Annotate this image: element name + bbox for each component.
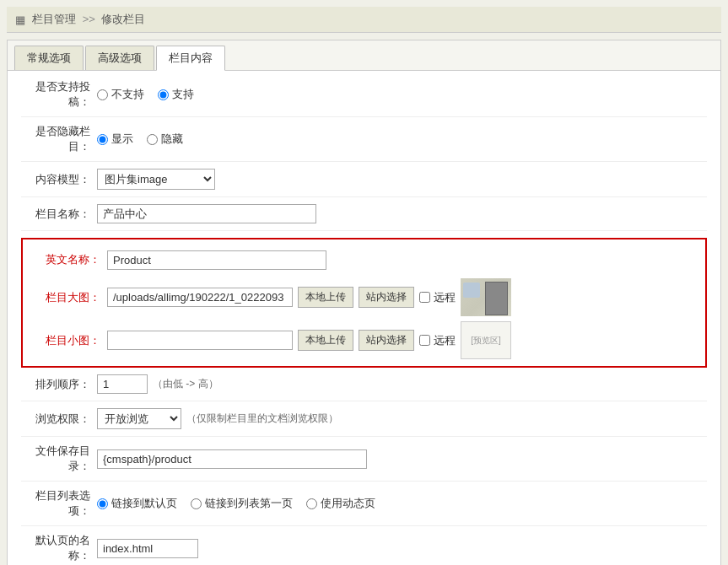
row-column-name: 栏目名称： <box>21 204 707 231</box>
radio-input-hide[interactable] <box>147 134 158 145</box>
radio-yes-submission[interactable]: 支持 <box>158 87 194 102</box>
content-hide-column: 显示 隐藏 <box>97 132 707 147</box>
radio-label-list-default: 链接到默认页 <box>111 496 177 511</box>
label-small-img-remote: 远程 <box>434 333 456 348</box>
label-en-name: 英文名称： <box>31 252 107 267</box>
radio-list-dynamic[interactable]: 使用动态页 <box>306 496 375 511</box>
label-content-model: 内容模型： <box>21 172 97 187</box>
input-small-img-path[interactable] <box>107 331 293 350</box>
breadcrumb-icon: ▦ <box>13 13 27 26</box>
label-sort-order: 排列顺序： <box>21 377 97 392</box>
content-default-page <box>97 539 707 558</box>
radio-show[interactable]: 显示 <box>97 132 133 147</box>
btn-small-img-upload[interactable]: 本地上传 <box>298 330 353 351</box>
input-big-img-path[interactable] <box>107 288 293 307</box>
radio-hide[interactable]: 隐藏 <box>147 132 183 147</box>
input-sort-order[interactable] <box>97 374 148 394</box>
row-content-model: 内容模型： 图片集image文章article产品product <box>21 169 707 197</box>
radio-group-submission: 不支持 支持 <box>97 87 194 102</box>
cb-big-img-remote[interactable]: 远程 <box>419 290 456 305</box>
radio-label-list-dynamic: 使用动态页 <box>321 496 375 511</box>
radio-group-list-option: 链接到默认页 链接到列表第一页 使用动态页 <box>97 496 375 511</box>
breadcrumb-sep: >> <box>83 13 95 25</box>
radio-input-yes-submission[interactable] <box>158 89 169 100</box>
breadcrumb: ▦ 栏目管理 >> 修改栏目 <box>7 7 721 33</box>
select-content-model[interactable]: 图片集image文章article产品product <box>97 169 215 190</box>
browse-permission-hint: （仅限制栏目里的文档浏览权限） <box>186 412 338 426</box>
content-column-big-img: 本地上传 站内选择 远程 <box>107 278 697 316</box>
content-column-list-option: 链接到默认页 链接到列表第一页 使用动态页 <box>97 496 707 511</box>
radio-input-no-submission[interactable] <box>97 89 108 100</box>
radio-list-default[interactable]: 链接到默认页 <box>97 496 177 511</box>
checkbox-small-img-remote[interactable] <box>419 335 430 346</box>
row-hide-column: 是否隐藏栏目： 显示 隐藏 <box>21 124 707 162</box>
radio-input-list-default[interactable] <box>97 498 108 509</box>
row-column-big-img: 栏目大图： 本地上传 站内选择 远程 <box>31 278 697 316</box>
checkbox-big-img-remote[interactable] <box>419 292 430 303</box>
content-content-model: 图片集image文章article产品product <box>97 169 707 190</box>
btn-small-img-select[interactable]: 站内选择 <box>359 330 414 351</box>
tab-advanced[interactable]: 高级选项 <box>85 46 154 70</box>
main-container: 常规选项 高级选项 栏目内容 是否支持投稿： 不支持 支持 <box>7 40 721 565</box>
btn-big-img-select[interactable]: 站内选择 <box>359 287 414 308</box>
content-support-submission: 不支持 支持 <box>97 87 707 102</box>
row-browse-permission: 浏览权限： 开放浏览注册用户管理员 （仅限制栏目里的文档浏览权限） <box>21 408 707 437</box>
row-column-small-img: 栏目小图： 本地上传 站内选择 远程 [预览区] <box>31 321 697 359</box>
content-column-small-img: 本地上传 站内选择 远程 [预览区] <box>107 321 697 359</box>
input-default-page[interactable] <box>97 539 198 558</box>
input-file-save-dir[interactable] <box>97 449 367 469</box>
content-en-name <box>107 250 697 270</box>
content-column-name <box>97 204 707 223</box>
row-sort-order: 排列顺序： （由低 -> 高） <box>21 374 707 401</box>
tabs-row: 常规选项 高级选项 栏目内容 <box>8 40 720 71</box>
radio-list-first[interactable]: 链接到列表第一页 <box>191 496 293 511</box>
row-en-name: 英文名称： <box>31 246 697 273</box>
label-browse-permission: 浏览权限： <box>21 412 97 427</box>
label-column-small-img: 栏目小图： <box>31 333 107 348</box>
content-browse-permission: 开放浏览注册用户管理员 （仅限制栏目里的文档浏览权限） <box>97 408 707 429</box>
breadcrumb-current: 修改栏目 <box>101 13 145 25</box>
label-file-save-dir: 文件保存目录： <box>21 444 97 474</box>
row-column-list-option: 栏目列表选项： 链接到默认页 链接到列表第一页 使用动态 <box>21 488 707 526</box>
section-highlight: 英文名称： 栏目大图： 本地上传 站内选择 远程 <box>21 238 707 368</box>
content-sort-order: （由低 -> 高） <box>97 374 707 394</box>
radio-no-submission[interactable]: 不支持 <box>97 87 144 102</box>
form-body: 是否支持投稿： 不支持 支持 是否隐藏栏 <box>8 71 720 565</box>
big-img-preview <box>461 278 511 316</box>
input-en-name[interactable] <box>107 250 326 270</box>
radio-label-no-submission: 不支持 <box>111 87 144 102</box>
label-hide-column: 是否隐藏栏目： <box>21 124 97 154</box>
label-column-list-option: 栏目列表选项： <box>21 488 97 519</box>
label-default-page: 默认页的名称： <box>21 533 97 563</box>
label-support-submission: 是否支持投稿： <box>21 79 97 110</box>
radio-input-list-first[interactable] <box>191 498 202 509</box>
tab-general[interactable]: 常规选项 <box>14 46 84 70</box>
sort-order-hint: （由低 -> 高） <box>153 377 218 391</box>
label-column-big-img: 栏目大图： <box>31 290 107 305</box>
radio-input-show[interactable] <box>97 134 108 145</box>
tab-content[interactable]: 栏目内容 <box>156 46 225 71</box>
select-browse-permission[interactable]: 开放浏览注册用户管理员 <box>97 408 181 429</box>
page-wrapper: ▦ 栏目管理 >> 修改栏目 常规选项 高级选项 栏目内容 是否支持投稿： <box>0 0 728 565</box>
breadcrumb-home-link[interactable]: 栏目管理 <box>32 13 76 25</box>
input-column-name[interactable] <box>97 204 316 223</box>
content-file-save-dir <box>97 449 707 469</box>
radio-group-hide: 显示 隐藏 <box>97 132 183 147</box>
btn-big-img-upload[interactable]: 本地上传 <box>298 287 353 308</box>
radio-label-yes-submission: 支持 <box>172 87 194 102</box>
row-file-save-dir: 文件保存目录： <box>21 444 707 482</box>
small-img-preview: [预览区] <box>461 321 511 359</box>
row-support-submission: 是否支持投稿： 不支持 支持 <box>21 79 707 117</box>
row-default-page: 默认页的名称： <box>21 533 707 565</box>
radio-label-show: 显示 <box>111 132 133 147</box>
label-column-name: 栏目名称： <box>21 207 97 222</box>
label-big-img-remote: 远程 <box>434 290 456 305</box>
radio-label-list-first: 链接到列表第一页 <box>205 496 293 511</box>
radio-input-list-dynamic[interactable] <box>306 498 317 509</box>
radio-label-hide: 隐藏 <box>161 132 183 147</box>
breadcrumb-text: 栏目管理 >> 修改栏目 <box>32 12 145 27</box>
cb-small-img-remote[interactable]: 远程 <box>419 333 456 348</box>
